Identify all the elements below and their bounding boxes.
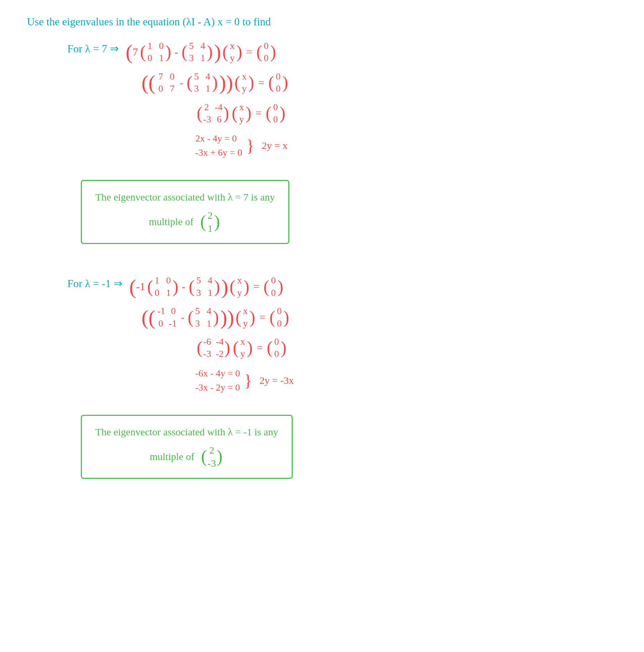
intro-block: Use the eigenvalues in the equation (λI … <box>27 13 617 30</box>
result-text-line1-2: The eigenvector associated with λ = -1 i… <box>95 424 278 440</box>
lambda-I-matrix-1: 7 0 0 7 <box>157 71 176 95</box>
outer-left-bracket-4: (( <box>141 307 155 328</box>
scalar-7: 7 <box>133 46 138 58</box>
scalar-neg1: -1 <box>136 280 145 293</box>
identity-matrix-1: ( 1 0 0 1 ) <box>140 40 171 64</box>
minus-op-4: - <box>181 311 185 324</box>
A-matrix-3: ( 5 4 3 1 ) <box>189 274 220 299</box>
for-lambda-neg1-label: For λ = -1 ⇒ <box>67 277 122 290</box>
result-text-line2-2: multiple of <box>149 449 194 465</box>
xy-vector-2: ( x y ) <box>234 71 254 95</box>
outer-right-bracket-3: ) <box>221 276 228 297</box>
A-matrix-1: ( 5 4 3 1 ) <box>181 40 213 64</box>
brace-2: } <box>244 372 252 389</box>
result-box-1: The eigenvector associated with λ = 7 is… <box>81 180 289 244</box>
solution-1: 2y = x <box>262 140 288 151</box>
zero-vector-5: ( 0 0 ) <box>270 305 289 329</box>
A-matrix-4: ( 5 4 3 1 ) <box>188 305 219 329</box>
xy-vector-6: ( x y ) <box>233 335 253 360</box>
equals-1: = <box>246 46 252 58</box>
minus-op-3: - <box>182 280 186 293</box>
system-eq1-2: -6x - 4y = 0 <box>195 366 240 380</box>
outer-left-bracket-2: (( <box>141 72 155 93</box>
outer-left-bracket-1: ( <box>125 42 133 62</box>
result-box-2: The eigenvector associated with λ = -1 i… <box>81 415 293 479</box>
zero-vector-3: ( 0 0 ) <box>266 101 286 126</box>
identity-matrix-2: ( 1 0 0 1 ) <box>147 274 178 299</box>
system-equations-2: -6x - 4y = 0 -3x - 2y = 0 <box>195 366 240 395</box>
result-matrix-1: ( 2 -4 -3 6 ) <box>197 101 229 126</box>
xy-vector-4: ( x y ) <box>230 274 250 299</box>
outer-left-bracket-3: ( <box>129 276 136 297</box>
result-text-line1-1: The eigenvector associated with λ = 7 is… <box>95 189 275 205</box>
minus-op-1: - <box>174 46 178 58</box>
system-eq2-1: -3x + 6y = 0 <box>195 145 242 160</box>
for-lambda-7-label: For λ = 7 ⇒ <box>67 42 119 55</box>
result-matrix-2: ( -6 -4 -3 -2 ) <box>197 335 230 360</box>
brace-1: } <box>246 137 254 154</box>
section-lambda-neg1: For λ = -1 ⇒ ( -1 ( 1 0 0 1 ) - ( <box>27 274 617 489</box>
result-vector-2: ( 2 -3 ) <box>201 443 223 470</box>
zero-vector-6: ( 0 0 ) <box>267 335 287 360</box>
system-equations-1: 2x - 4y = 0 -3x + 6y = 0 <box>195 131 242 160</box>
result-vector-1: ( 2 1 ) <box>200 209 220 235</box>
result-text-line2-1: multiple of <box>149 214 193 230</box>
zero-vector-2: ( 0 0 ) <box>269 71 288 95</box>
outer-right-bracket-4: )) <box>220 307 234 328</box>
xy-vector-1: ( x y ) <box>222 40 242 64</box>
outer-right-bracket-2: )) <box>219 72 233 93</box>
zero-vector-1: ( 0 0 ) <box>256 40 276 64</box>
outer-right-bracket-1: ) <box>214 42 221 62</box>
xy-vector-5: ( x y ) <box>235 305 255 329</box>
section-lambda-7: For λ = 7 ⇒ ( 7 ( 1 0 0 1 ) - ( <box>27 40 617 254</box>
intro-line1: Use the eigenvalues in the equation (λI … <box>27 13 617 30</box>
minus-op-2: - <box>179 77 183 89</box>
solution-2: 2y = -3x <box>259 375 294 386</box>
lambda-I-matrix-2: -1 0 0 -1 <box>157 305 177 329</box>
A-matrix-2: ( 5 4 3 1 ) <box>187 71 218 95</box>
system-eq2-2: -3x - 2y = 0 <box>195 380 240 395</box>
xy-vector-3: ( x y ) <box>232 101 252 126</box>
zero-vector-4: ( 0 0 ) <box>263 274 283 299</box>
system-eq1-1: 2x - 4y = 0 <box>195 131 242 145</box>
